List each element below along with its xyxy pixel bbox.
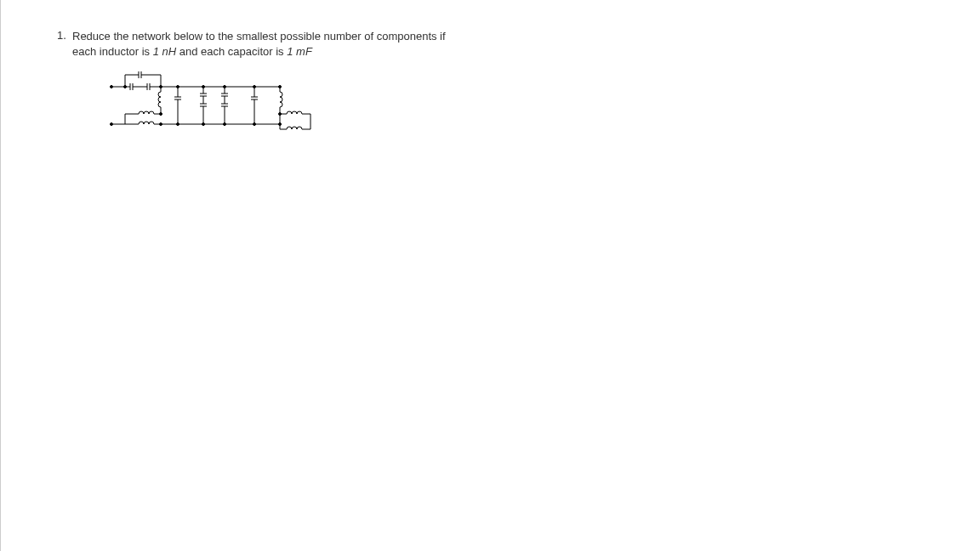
question-text: Reduce the network below to the smallest… — [72, 29, 583, 60]
svg-point-66 — [202, 123, 205, 126]
inductor-value: 1 nH — [153, 45, 176, 58]
svg-point-69 — [279, 123, 282, 126]
svg-point-62 — [254, 86, 256, 88]
svg-point-65 — [177, 123, 179, 126]
question-line2b: and each capacitor is — [176, 45, 287, 58]
question-number: 1. — [57, 29, 66, 42]
circuit-diagram — [110, 70, 331, 138]
svg-point-68 — [254, 123, 256, 126]
svg-point-70 — [279, 113, 282, 116]
svg-point-64 — [160, 123, 162, 126]
question-line2a: each inductor is — [72, 45, 153, 58]
capacitor-value: 1 mF — [287, 45, 312, 58]
svg-point-72 — [124, 86, 127, 88]
svg-point-59 — [177, 86, 179, 88]
page-container: 1. Reduce the network below to the small… — [0, 0, 980, 551]
question-block: 1. Reduce the network below to the small… — [72, 29, 583, 60]
svg-point-63 — [279, 86, 282, 88]
svg-point-58 — [160, 86, 162, 88]
svg-point-60 — [202, 86, 205, 88]
svg-point-0 — [111, 86, 113, 88]
svg-point-61 — [224, 86, 226, 88]
svg-point-71 — [160, 113, 162, 116]
svg-point-57 — [111, 123, 113, 126]
question-line1: Reduce the network below to the smallest… — [72, 30, 446, 43]
svg-point-67 — [224, 123, 226, 126]
